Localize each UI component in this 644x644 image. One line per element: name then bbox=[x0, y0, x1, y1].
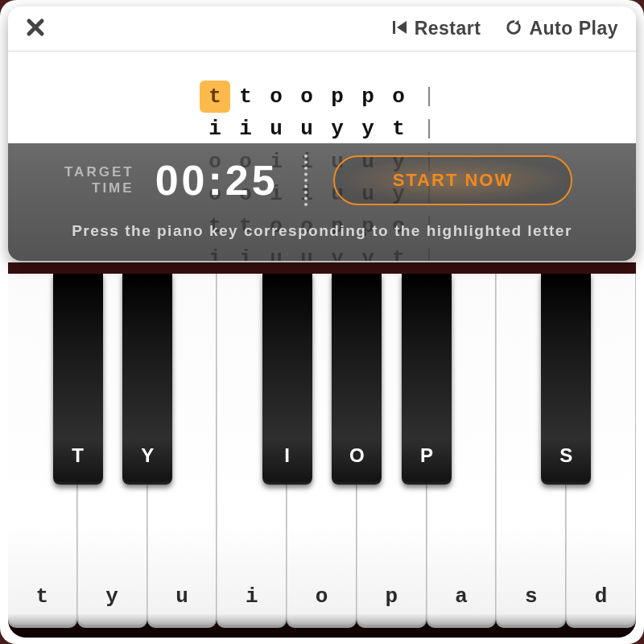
app-window: Restart Auto Play ttooppo|iiuuyyt|ooiiuu… bbox=[0, 0, 644, 644]
black-key-label: Y bbox=[122, 444, 172, 467]
hint-text: Press the piano key corresponding to the… bbox=[8, 222, 636, 240]
start-overlay: TARGET TIME 00:25 START NOW Press the pi… bbox=[8, 143, 636, 261]
divider bbox=[304, 155, 308, 206]
sheet-char: i bbox=[230, 113, 261, 145]
sheet-char: u bbox=[261, 113, 291, 145]
sheet-char: o bbox=[383, 80, 414, 113]
restart-button[interactable]: Restart bbox=[392, 18, 481, 39]
target-time-label: TARGET TIME bbox=[64, 164, 134, 196]
sheet-char: y bbox=[322, 113, 353, 145]
black-key-label: I bbox=[262, 444, 312, 467]
black-key-label: P bbox=[402, 444, 452, 467]
white-key-label: d bbox=[567, 584, 635, 609]
black-key-S[interactable]: S bbox=[541, 274, 591, 485]
sheet-char: | bbox=[414, 113, 444, 145]
black-key-I[interactable]: I bbox=[262, 274, 312, 485]
black-key-label: T bbox=[53, 444, 103, 467]
piano-area: tyuiopasd TYIOPS bbox=[8, 262, 636, 638]
close-button[interactable] bbox=[26, 14, 45, 43]
sheet-char: u bbox=[291, 113, 322, 145]
target-time-value: 00:25 bbox=[155, 156, 279, 204]
sheet-row: iiuuyyt| bbox=[200, 113, 444, 145]
sheet-char: t bbox=[200, 80, 230, 113]
black-key-Y[interactable]: Y bbox=[122, 274, 172, 485]
white-key-label: s bbox=[497, 584, 565, 609]
restart-label: Restart bbox=[415, 18, 481, 39]
black-key-label: S bbox=[541, 444, 591, 467]
toolbar: Restart Auto Play bbox=[8, 6, 636, 52]
sheet-char: t bbox=[383, 113, 414, 145]
black-key-T[interactable]: T bbox=[53, 274, 103, 485]
white-key-label: o bbox=[287, 584, 356, 609]
black-key-O[interactable]: O bbox=[332, 274, 382, 485]
autoplay-button[interactable]: Auto Play bbox=[505, 18, 618, 39]
black-key-P[interactable]: P bbox=[402, 274, 452, 485]
sheet-char: p bbox=[322, 80, 353, 113]
white-key-label: t bbox=[8, 584, 76, 609]
sheet-char: o bbox=[291, 80, 322, 113]
sheet-char: o bbox=[261, 80, 291, 113]
piano: tyuiopasd TYIOPS bbox=[8, 274, 636, 638]
autoplay-label: Auto Play bbox=[529, 18, 618, 39]
sheet-char: p bbox=[353, 80, 383, 113]
white-key-label: a bbox=[427, 584, 496, 609]
sheet-char: i bbox=[200, 113, 230, 145]
white-key-label: p bbox=[357, 584, 426, 609]
white-key-label: i bbox=[217, 584, 286, 609]
white-key-label: u bbox=[148, 584, 217, 609]
sheet-char: | bbox=[414, 80, 444, 113]
black-key-label: O bbox=[332, 444, 382, 467]
sheet-char: y bbox=[353, 113, 383, 145]
start-button[interactable]: START NOW bbox=[333, 155, 573, 205]
rewind-icon bbox=[392, 19, 408, 39]
sheet-row: ttooppo| bbox=[200, 80, 444, 113]
close-icon bbox=[26, 18, 45, 37]
top-panel: Restart Auto Play ttooppo|iiuuyyt|ooiiuu… bbox=[8, 6, 636, 261]
refresh-icon bbox=[505, 19, 522, 39]
svg-rect-0 bbox=[393, 21, 395, 34]
sheet-char: t bbox=[230, 80, 261, 113]
white-key-label: y bbox=[78, 584, 147, 609]
